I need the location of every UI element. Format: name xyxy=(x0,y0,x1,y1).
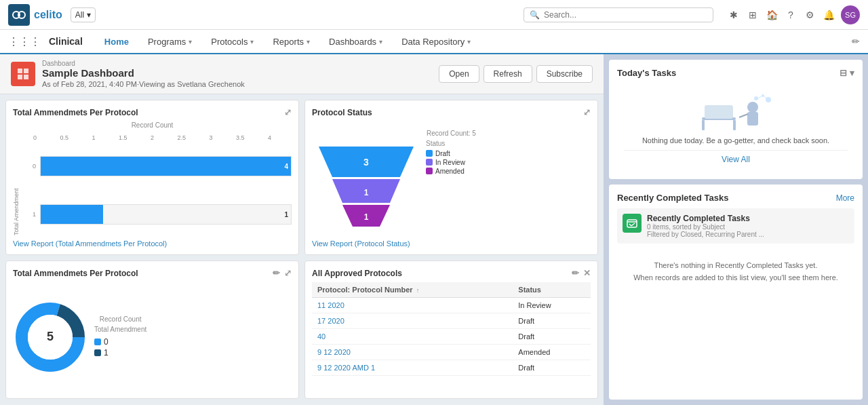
search-bar: 🔍 xyxy=(524,7,713,22)
bar-chart: Record Count 0 0.5 1 1.5 2 2.5 3 3.5 4 T… xyxy=(13,121,292,235)
svg-point-23 xyxy=(762,94,764,97)
svg-line-29 xyxy=(629,224,631,226)
nav-home[interactable]: Home xyxy=(96,30,137,54)
status-cell: Draft xyxy=(513,329,591,345)
task-sub-2: Filtered by Closed, Recurring Parent ... xyxy=(647,231,764,238)
logo: celito xyxy=(8,4,62,26)
protocol-number-cell: 11 2020 xyxy=(312,298,513,313)
filter-label: All xyxy=(75,10,84,20)
svg-rect-18 xyxy=(705,105,733,119)
secondary-nav: ⋮⋮⋮ Clinical Home Programs ▾ Protocols ▾… xyxy=(0,30,868,54)
svg-point-19 xyxy=(747,102,758,113)
nav-data-repository-label: Data Repository xyxy=(401,37,465,47)
legend-draft-dot xyxy=(426,150,433,157)
nav-reports-label: Reports xyxy=(273,37,304,47)
svg-line-21 xyxy=(739,114,748,117)
dashboard-buttons: Open Refresh Subscribe xyxy=(439,65,593,83)
dashboard-breadcrumb: Dashboard xyxy=(42,60,245,67)
completed-task-item: Recently Completed Tasks 0 items, sorted… xyxy=(617,208,854,244)
chevron-down-icon: ▾ xyxy=(87,10,91,20)
nav-reports[interactable]: Reports ▾ xyxy=(264,29,318,54)
expand-icon-3[interactable]: ⤢ xyxy=(284,268,292,278)
donut-content: 5 Record Count Total Amendment 0 1 xyxy=(13,282,292,391)
svg-rect-5 xyxy=(24,75,28,79)
protocol-number-cell: 9 12 2020 xyxy=(312,345,513,360)
completed-empty-message: There's nothing in Recently Completed Ta… xyxy=(617,249,854,294)
legend-amended: Amended xyxy=(426,168,465,175)
top-icons: ✱ ⊞ 🏠 ? ⚙ 🔔 SG xyxy=(727,5,860,24)
widget-title-icons-4: ✏ ✕ xyxy=(572,268,591,278)
protocol-link[interactable]: 9 12 2020 AMD 1 xyxy=(317,364,375,372)
table-row: 17 2020 Draft xyxy=(312,313,591,329)
funnel-container: Record Count: 5 3 1 1 xyxy=(312,121,591,235)
table-row: 40 Draft xyxy=(312,329,591,345)
home-icon[interactable]: 🏠 xyxy=(765,8,778,22)
tasks-illustration xyxy=(695,90,776,131)
open-button[interactable]: Open xyxy=(439,65,479,83)
dashboard-info: Dashboard Sample Dashboard As of Feb 28,… xyxy=(42,60,245,88)
donut-record-label: Record Count xyxy=(94,315,146,323)
legend-draft: Draft xyxy=(426,150,465,157)
edit-icon-widget-2[interactable]: ✏ xyxy=(572,268,579,278)
protocol-link[interactable]: 17 2020 xyxy=(317,317,344,325)
edit-icon-widget[interactable]: ✏ xyxy=(273,268,280,278)
svg-line-25 xyxy=(758,96,762,98)
protocols-table-body: 11 2020 In Review 17 2020 Draft 40 Draft xyxy=(312,298,591,376)
widget-title-icons-2: ⤢ xyxy=(583,107,591,117)
nav-programs-label: Programs xyxy=(148,37,186,47)
legend-in-review: In Review xyxy=(426,159,465,166)
protocol-link[interactable]: 40 xyxy=(317,332,326,341)
svg-text:3: 3 xyxy=(363,157,369,168)
close-icon-widget[interactable]: ✕ xyxy=(583,268,591,278)
right-panel: Today's Tasks ⊟ ▾ xyxy=(604,54,868,405)
expand-icon-2[interactable]: ⤢ xyxy=(583,107,591,117)
question-icon[interactable]: ? xyxy=(784,8,797,22)
protocols-table: Protocol: Protocol Number ↑ Status 11 20… xyxy=(312,282,591,376)
donut-legend-1: 1 xyxy=(94,348,146,358)
nav-data-repository[interactable]: Data Repository ▾ xyxy=(393,29,479,54)
chevron-icon: ▾ xyxy=(307,38,310,45)
filter-dropdown[interactable]: All ▾ xyxy=(71,7,96,22)
task-title: Recently Completed Tasks xyxy=(647,214,764,223)
dashboard-subtitle: As of Feb 28, 2021, 4:40 PM·Viewing as S… xyxy=(42,80,245,88)
protocol-number-cell: 9 12 2020 AMD 1 xyxy=(312,360,513,376)
status-cell: Draft xyxy=(513,313,591,329)
gear-icon[interactable]: ⚙ xyxy=(803,8,816,22)
bell-icon[interactable]: 🔔 xyxy=(822,8,835,22)
logo-text: celito xyxy=(34,9,62,21)
widget-amendments-donut: Total Ammendmets Per Protocol ✏ ⤢ 5 xyxy=(5,261,299,399)
bar-fill-0 xyxy=(41,157,291,176)
donut-center-value: 5 xyxy=(47,330,54,344)
task-icon xyxy=(623,214,642,233)
completed-title: Recently Completed Tasks xyxy=(617,193,728,203)
protocol-link[interactable]: 9 12 2020 xyxy=(317,348,351,356)
protocol-number-cell: 40 xyxy=(312,329,513,345)
filter-icon[interactable]: ⊟ xyxy=(840,68,847,78)
edit-icon[interactable]: ✏ xyxy=(852,36,860,47)
asterisk-icon[interactable]: ✱ xyxy=(727,8,741,22)
subscribe-button[interactable]: Subscribe xyxy=(536,65,593,83)
dashboard-header-left: Dashboard Sample Dashboard As of Feb 28,… xyxy=(11,60,245,88)
table-row: 9 12 2020 AMD 1 Draft xyxy=(312,360,591,376)
more-link[interactable]: More xyxy=(836,193,854,203)
protocol-link[interactable]: 11 2020 xyxy=(317,301,344,309)
apps-grid-icon[interactable]: ⋮⋮⋮ xyxy=(8,35,41,48)
protocol-status-link[interactable]: View Report (Protocol Status) xyxy=(312,235,591,248)
view-all-link[interactable]: View All xyxy=(624,150,848,164)
axis-label: Record Count xyxy=(13,121,292,129)
search-input[interactable] xyxy=(544,10,707,20)
nav-dashboards[interactable]: Dashboards ▾ xyxy=(321,29,391,54)
nav-home-label: Home xyxy=(104,37,129,47)
expand-icon[interactable]: ⤢ xyxy=(284,107,292,117)
task-info: Recently Completed Tasks 0 items, sorted… xyxy=(647,214,764,238)
y-axis-label: Total Amendment xyxy=(13,145,20,235)
nav-programs[interactable]: Programs ▾ xyxy=(140,29,200,54)
funnel-legend: Status Draft In Review Ame xyxy=(426,140,465,176)
bar-container-0: 4 xyxy=(40,156,292,176)
refresh-button[interactable]: Refresh xyxy=(484,65,532,83)
nav-protocols[interactable]: Protocols ▾ xyxy=(203,29,262,54)
chevron-down-icon-tasks[interactable]: ▾ xyxy=(850,68,854,78)
grid-icon[interactable]: ⊞ xyxy=(746,8,760,22)
amendments-bar-link[interactable]: View Report (Total Ammendmets Per Protoc… xyxy=(13,235,292,248)
user-avatar[interactable]: SG xyxy=(841,5,860,24)
